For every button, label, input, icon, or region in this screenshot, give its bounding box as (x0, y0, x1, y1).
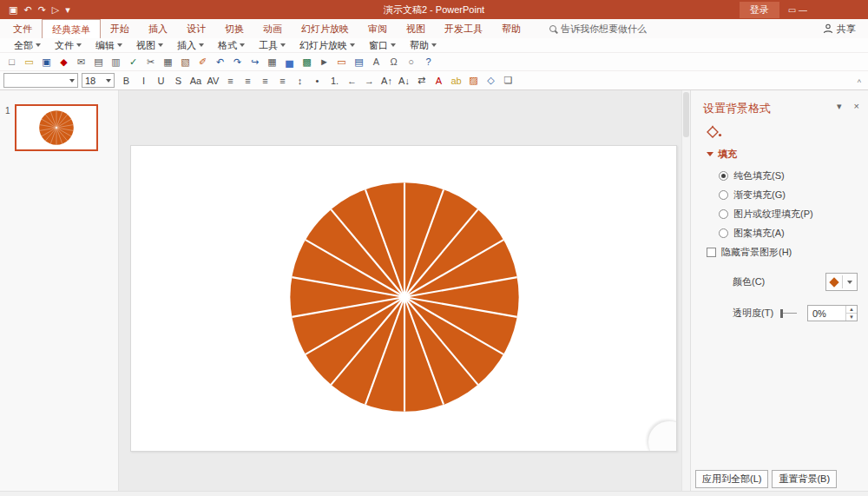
pattern-fill-option[interactable]: 图案填充(A) (719, 227, 858, 240)
highlight-icon[interactable]: ab (448, 73, 464, 89)
increase-indent-icon[interactable]: → (361, 73, 378, 89)
hide-background-checkbox[interactable]: 隐藏背景图形(H) (707, 246, 858, 259)
color-picker-button[interactable] (825, 273, 858, 291)
grow-font-icon[interactable]: A↑ (378, 73, 395, 89)
symbol-icon[interactable]: Ω (385, 54, 402, 69)
line-spacing-icon[interactable]: ↕ (292, 73, 308, 89)
tab-design[interactable]: 设计 (177, 19, 215, 38)
canvas-scrollbar[interactable] (681, 90, 690, 491)
open-icon[interactable]: ▭ (21, 54, 37, 69)
font-size-combo[interactable]: 18 (82, 73, 115, 88)
save-icon[interactable]: ▣ (38, 54, 55, 69)
char-spacing-icon[interactable]: AV (205, 73, 221, 89)
tab-classic-menu[interactable]: 经典菜单 (42, 19, 101, 38)
change-case-icon[interactable]: Aa (187, 73, 204, 89)
menu-all[interactable]: 全部 (7, 39, 48, 52)
shadow-icon[interactable]: ❏ (500, 73, 516, 89)
solid-fill-option[interactable]: 纯色填充(S) (719, 169, 858, 182)
start-slideshow-icon[interactable]: ▷ (52, 4, 59, 16)
insert-media-icon[interactable]: ► (316, 54, 332, 69)
undo-icon[interactable]: ↶ (23, 4, 31, 16)
tab-review[interactable]: 审阅 (358, 19, 397, 38)
menu-view[interactable]: 视图 (129, 39, 170, 52)
numbering-icon[interactable]: 1. (326, 73, 343, 89)
save-icon[interactable]: ▣ (9, 4, 17, 16)
transparency-spinner[interactable]: 0% ▲ ▼ (807, 305, 858, 321)
login-button[interactable]: 登录 (740, 2, 779, 18)
strikethrough-icon[interactable]: S (170, 73, 187, 89)
share-button[interactable]: 共享 (823, 19, 868, 38)
email-icon[interactable]: ✉ (73, 54, 89, 69)
redo-icon[interactable]: ↷ (38, 4, 46, 16)
decrease-indent-icon[interactable]: ← (344, 73, 360, 89)
spin-up-icon[interactable]: ▲ (846, 306, 857, 313)
insert-textbox-icon[interactable]: A (368, 54, 385, 69)
spelling-icon[interactable]: ✓ (125, 54, 141, 69)
tab-help[interactable]: 帮助 (492, 19, 530, 38)
justify-icon[interactable]: ≡ (274, 73, 291, 89)
font-color-icon[interactable]: A (431, 73, 447, 89)
reset-background-button[interactable]: 重置背景(B) (772, 470, 837, 488)
menu-file[interactable]: 文件 (48, 39, 89, 52)
format-painter-icon[interactable]: ✐ (194, 54, 211, 69)
tab-developer[interactable]: 开发工具 (435, 19, 492, 38)
paste-icon[interactable]: ▧ (177, 54, 194, 69)
collapse-ribbon-icon[interactable]: ^ (858, 78, 861, 87)
bold-icon[interactable]: B (118, 73, 135, 89)
menu-insert[interactable]: 插入 (170, 39, 211, 52)
spin-down-icon[interactable]: ▼ (846, 313, 857, 321)
shape-outline-icon[interactable]: ◇ (483, 73, 499, 89)
new-document-icon[interactable]: □ (3, 54, 20, 69)
help-icon[interactable]: ? (420, 54, 437, 69)
tab-file[interactable]: 文件 (3, 19, 42, 38)
tab-slideshow[interactable]: 幻灯片放映 (292, 19, 358, 38)
zoom-icon[interactable]: ○ (403, 54, 419, 69)
shrink-font-icon[interactable]: A↓ (396, 73, 412, 89)
slide-layout-icon[interactable]: ▤ (351, 54, 367, 69)
menu-format[interactable]: 格式 (211, 39, 252, 52)
menu-help[interactable]: 帮助 (403, 39, 444, 52)
tab-transitions[interactable]: 切换 (215, 19, 253, 38)
undo-icon[interactable]: ↶ (212, 54, 228, 69)
redo-icon[interactable]: ↷ (229, 54, 246, 69)
menu-window[interactable]: 窗口 (362, 39, 403, 52)
insert-picture-icon[interactable]: ▩ (299, 54, 315, 69)
menu-edit[interactable]: 编辑 (89, 39, 129, 52)
fill-color-icon[interactable]: ▨ (465, 73, 482, 89)
bullets-icon[interactable]: • (309, 73, 326, 89)
italic-icon[interactable]: I (135, 73, 152, 89)
underline-icon[interactable]: U (153, 73, 169, 89)
customize-quick-access-icon[interactable]: ▾ (65, 4, 70, 16)
apply-to-all-button[interactable]: 应用到全部(L) (695, 470, 768, 488)
picture-texture-fill-option[interactable]: 图片或纹理填充(P) (719, 208, 858, 221)
pane-options-icon[interactable]: ▾ (837, 101, 842, 112)
scrollbar-thumb[interactable] (683, 92, 689, 137)
permission-icon[interactable]: ◆ (56, 54, 72, 69)
radial-pie-shape[interactable] (289, 182, 520, 413)
slide[interactable] (130, 145, 677, 452)
copy-icon[interactable]: ▦ (160, 54, 176, 69)
align-left-icon[interactable]: ≡ (222, 73, 239, 89)
insert-hyperlink-icon[interactable]: ↪ (247, 54, 263, 69)
gradient-fill-option[interactable]: 渐变填充(G) (719, 188, 858, 202)
tab-view[interactable]: 视图 (397, 19, 435, 38)
text-direction-icon[interactable]: ⇄ (413, 73, 430, 89)
insert-chart-icon[interactable]: ▅ (281, 54, 298, 69)
insert-table-icon[interactable]: ▦ (264, 54, 280, 69)
menu-tools[interactable]: 工具 (252, 39, 293, 52)
cut-icon[interactable]: ✂ (142, 54, 159, 69)
print-icon[interactable]: ▤ (90, 54, 107, 69)
fill-bucket-icon[interactable] (705, 125, 858, 141)
fill-section-header[interactable]: 填充 (707, 148, 858, 161)
tell-me-box[interactable]: 告诉我你想要做什么 (549, 19, 647, 38)
align-center-icon[interactable]: ≡ (240, 73, 256, 89)
slide-thumbnail[interactable] (15, 104, 98, 151)
font-name-combo[interactable] (3, 73, 78, 88)
tab-insert[interactable]: 插入 (139, 19, 177, 38)
transparency-slider[interactable] (780, 309, 797, 318)
tab-home[interactable]: 开始 (101, 19, 139, 38)
print-preview-icon[interactable]: ▥ (108, 54, 124, 69)
menu-slideshow[interactable]: 幻灯片放映 (293, 39, 362, 52)
align-right-icon[interactable]: ≡ (257, 73, 273, 89)
tab-animations[interactable]: 动画 (253, 19, 292, 38)
